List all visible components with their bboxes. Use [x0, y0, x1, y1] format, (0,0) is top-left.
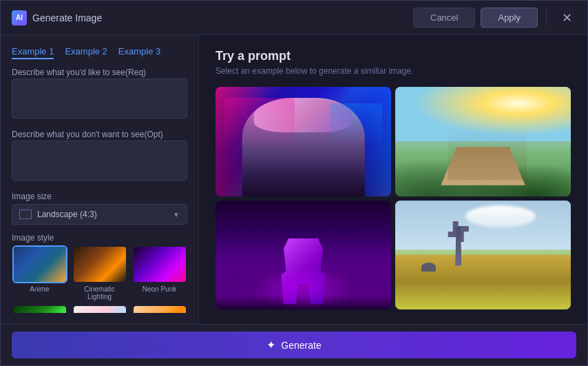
style-label-cinematic: Cinematic Lighting [84, 285, 114, 301]
image-style-section: Image style Anime Cinematic Lighting [12, 233, 187, 313]
example-image-3[interactable] [216, 201, 391, 310]
style-item-4[interactable] [12, 305, 67, 313]
generate-bar: ✦ Generate [1, 324, 587, 365]
style-item-6[interactable] [132, 305, 187, 313]
example-image-1[interactable] [216, 87, 391, 196]
style-thumb-6 [132, 305, 187, 313]
ai-icon: AI [12, 10, 27, 26]
windmill-graphic [448, 216, 470, 265]
generate-image-dialog: AI Generate Image Cancel Apply ✕ Example… [0, 0, 588, 366]
size-preview-icon [19, 210, 32, 219]
prompt-title: Try a prompt [216, 49, 571, 63]
image-style-label: Image style [12, 233, 187, 243]
image-size-section: Image size Landscape (4:3) ▼ [12, 192, 187, 225]
image-size-value: Landscape (4:3) [37, 210, 97, 219]
style-thumb-4 [12, 305, 67, 313]
style-grid: Anime Cinematic Lighting Neon Punk [12, 245, 187, 313]
style-item-neon-punk[interactable]: Neon Punk [132, 245, 187, 301]
negative-prompt-input[interactable] [12, 141, 187, 181]
tab-example3[interactable]: Example 3 [118, 46, 160, 59]
image-size-select[interactable]: Landscape (4:3) ▼ [12, 204, 187, 225]
tab-example1[interactable]: Example 1 [12, 46, 54, 59]
style-label-neon-punk: Neon Punk [143, 285, 176, 293]
style-thumb-anime [12, 245, 67, 283]
example-tabs: Example 1 Example 2 Example 3 [12, 46, 187, 59]
style-thumb-neon-punk [132, 245, 187, 283]
header-actions: Cancel Apply ✕ [413, 8, 576, 28]
dialog-header: AI Generate Image Cancel Apply ✕ [1, 1, 587, 35]
positive-prompt-input[interactable] [12, 79, 187, 119]
negative-label: Describe what you don't want to see(Opt) [12, 130, 187, 139]
spark-icon: ✦ [266, 338, 275, 352]
tab-example2[interactable]: Example 2 [65, 46, 107, 59]
example-image-2[interactable] [395, 87, 571, 196]
generate-button[interactable]: ✦ Generate [12, 332, 576, 358]
style-item-anime[interactable]: Anime [12, 245, 67, 301]
example-image-4[interactable] [395, 201, 571, 310]
example-image-grid [216, 87, 571, 309]
header-divider [546, 10, 547, 26]
positive-prompt-section: Describe what you'd like to see(Req) [12, 68, 187, 121]
left-panel: Example 1 Example 2 Example 3 Describe w… [1, 35, 199, 324]
close-button[interactable]: ✕ [558, 9, 576, 27]
prompt-subtitle: Select an example below to generate a si… [216, 66, 571, 76]
style-label-anime: Anime [30, 285, 49, 293]
right-panel: Try a prompt Select an example below to … [199, 35, 587, 324]
style-thumb-5 [72, 305, 127, 313]
generate-label: Generate [281, 340, 321, 351]
style-item-cinematic[interactable]: Cinematic Lighting [72, 245, 127, 301]
cancel-button[interactable]: Cancel [413, 8, 475, 28]
style-thumb-cinematic [72, 245, 127, 283]
positive-label: Describe what you'd like to see(Req) [12, 68, 187, 77]
apply-button[interactable]: Apply [481, 8, 538, 28]
style-item-5[interactable] [72, 305, 127, 313]
chevron-down-icon: ▼ [173, 211, 180, 218]
negative-prompt-section: Describe what you don't want to see(Opt) [12, 130, 187, 183]
header-left: AI Generate Image [12, 10, 102, 26]
dialog-title: Generate Image [32, 12, 102, 23]
main-content: Example 1 Example 2 Example 3 Describe w… [1, 35, 587, 324]
image-size-label: Image size [12, 192, 187, 201]
